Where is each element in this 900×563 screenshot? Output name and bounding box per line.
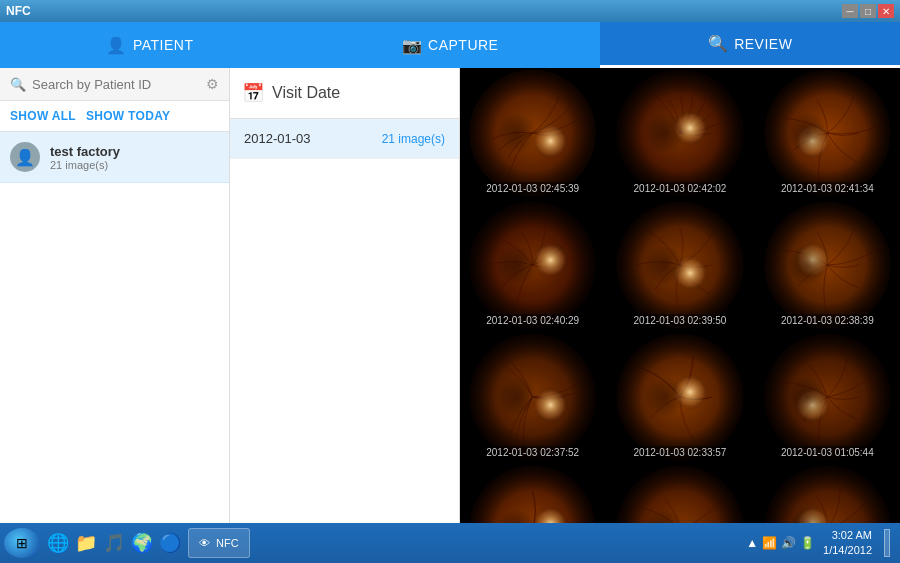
taskbar-app-icon[interactable]: 🔵 [156, 529, 184, 557]
image-timestamp: 2012-01-03 02:37:52 [460, 446, 605, 459]
nav-capture-label: CAPTURE [428, 37, 498, 53]
retina-canvas [755, 200, 900, 330]
retina-canvas [607, 200, 752, 330]
window-controls: ─ □ ✕ [842, 4, 894, 18]
search-bar: 🔍 ⚙ [0, 68, 229, 101]
patient-avatar: 👤 [10, 142, 40, 172]
taskbar-ie-icon[interactable]: 🌐 [44, 529, 72, 557]
eye-image-cell[interactable]: 2012-01-03 02:45:39 [460, 68, 605, 198]
taskbar-nfc-app[interactable]: 👁 NFC [188, 528, 250, 558]
retina-canvas [460, 68, 605, 198]
visit-count: 21 image(s) [382, 132, 445, 146]
maximize-button[interactable]: □ [860, 4, 876, 18]
taskbar-right: ▲ 📶 🔊 🔋 3:02 AM1/14/2012 [746, 528, 896, 559]
tray-arrow-icon[interactable]: ▲ [746, 536, 758, 550]
tray-volume-icon[interactable]: 🔊 [781, 536, 796, 550]
retina-canvas [460, 464, 605, 523]
show-all-button[interactable]: SHOW ALL [10, 109, 76, 123]
tray-battery-icon[interactable]: 🔋 [800, 536, 815, 550]
retina-canvas [607, 464, 752, 523]
eye-image-cell[interactable]: 2012-01-03 02:40:29 [460, 200, 605, 330]
taskbar: ⊞ 🌐 📁 🎵 🌍 🔵 👁 NFC ▲ 📶 🔊 🔋 3:02 AM1/14/20… [0, 523, 900, 563]
image-timestamp: 2012-01-03 02:41:34 [755, 182, 900, 195]
visit-item[interactable]: 2012-01-03 21 image(s) [230, 119, 459, 159]
capture-nav-icon: 📷 [402, 36, 423, 55]
left-panel: 🔍 ⚙ SHOW ALL SHOW TODAY 👤 test factory 2… [0, 68, 230, 523]
retina-canvas [460, 200, 605, 330]
visit-header: 📅 Visit Date [230, 68, 459, 119]
system-tray: ▲ 📶 🔊 🔋 [746, 536, 815, 550]
taskbar-media-icon[interactable]: 🎵 [100, 529, 128, 557]
search-input[interactable] [32, 77, 206, 92]
taskbar-folder-icon[interactable]: 📁 [72, 529, 100, 557]
image-timestamp: 2012-01-03 02:39:50 [607, 314, 752, 327]
retina-canvas [607, 68, 752, 198]
retina-canvas [755, 332, 900, 462]
image-timestamp: 2012-01-03 02:42:02 [607, 182, 752, 195]
taskbar-browser-icon[interactable]: 🌍 [128, 529, 156, 557]
visit-date: 2012-01-03 [244, 131, 311, 146]
image-timestamp: 2012-01-03 02:45:39 [460, 182, 605, 195]
patient-item[interactable]: 👤 test factory 21 image(s) [0, 132, 229, 183]
filter-row: SHOW ALL SHOW TODAY [0, 101, 229, 132]
main-content: 🔍 ⚙ SHOW ALL SHOW TODAY 👤 test factory 2… [0, 68, 900, 523]
patient-info: test factory 21 image(s) [50, 144, 120, 171]
nav-capture[interactable]: 📷 CAPTURE [300, 22, 600, 68]
eye-image-cell[interactable]: 2012-01-03 01:05:44 [755, 332, 900, 462]
retina-canvas [607, 332, 752, 462]
image-grid-panel: 2012-01-03 02:45:392012-01-03 02:42:0220… [460, 68, 900, 523]
patient-list: 👤 test factory 21 image(s) [0, 132, 229, 523]
visit-panel: 📅 Visit Date 2012-01-03 21 image(s) [230, 68, 460, 523]
eye-image-cell[interactable]: 2012-01-03 01:05:08 [460, 464, 605, 523]
title-text: NFC [6, 4, 31, 18]
retina-canvas [755, 68, 900, 198]
gear-icon[interactable]: ⚙ [206, 76, 219, 92]
retina-canvas [755, 464, 900, 523]
taskbar-app-icon-eye: 👁 [199, 537, 210, 549]
calendar-icon: 📅 [242, 82, 264, 104]
tray-network-icon[interactable]: 📶 [762, 536, 777, 550]
eye-image-cell[interactable]: 2012-01-03 02:39:50 [607, 200, 752, 330]
image-timestamp: 2012-01-03 01:05:44 [755, 446, 900, 459]
clock-display[interactable]: 3:02 AM1/14/2012 [823, 528, 872, 559]
eye-image-cell[interactable]: 2012-01-03 02:42:02 [607, 68, 752, 198]
eye-image-cell[interactable]: 2012-01-03 02:41:34 [755, 68, 900, 198]
patient-count: 21 image(s) [50, 159, 120, 171]
retina-canvas [460, 332, 605, 462]
image-timestamp: 2012-01-03 02:38:39 [755, 314, 900, 327]
eye-image-cell[interactable]: 2012-01-03 01:03:50 [755, 464, 900, 523]
taskbar-app-label: NFC [216, 537, 239, 549]
start-button[interactable]: ⊞ [4, 528, 40, 558]
show-desktop-button[interactable] [884, 529, 890, 557]
patient-nav-icon: 👤 [106, 36, 127, 55]
close-button[interactable]: ✕ [878, 4, 894, 18]
image-timestamp: 2012-01-03 02:40:29 [460, 314, 605, 327]
title-bar: NFC ─ □ ✕ [0, 0, 900, 22]
eye-image-cell[interactable]: 2012-01-03 02:38:39 [755, 200, 900, 330]
nav-review[interactable]: 🔍 REVIEW [600, 22, 900, 68]
nav-review-label: REVIEW [734, 36, 792, 52]
nav-patient-label: PATIENT [133, 37, 194, 53]
top-nav: 👤 PATIENT 📷 CAPTURE 🔍 REVIEW [0, 22, 900, 68]
eye-image-cell[interactable]: 2012-01-03 01:04:26 [607, 464, 752, 523]
search-icon: 🔍 [10, 77, 26, 92]
image-timestamp: 2012-01-03 02:33:57 [607, 446, 752, 459]
nav-patient[interactable]: 👤 PATIENT [0, 22, 300, 68]
patient-name: test factory [50, 144, 120, 159]
eye-image-cell[interactable]: 2012-01-03 02:37:52 [460, 332, 605, 462]
review-nav-icon: 🔍 [708, 34, 729, 53]
visit-header-label: Visit Date [272, 84, 340, 102]
show-today-button[interactable]: SHOW TODAY [86, 109, 170, 123]
eye-image-cell[interactable]: 2012-01-03 02:33:57 [607, 332, 752, 462]
minimize-button[interactable]: ─ [842, 4, 858, 18]
